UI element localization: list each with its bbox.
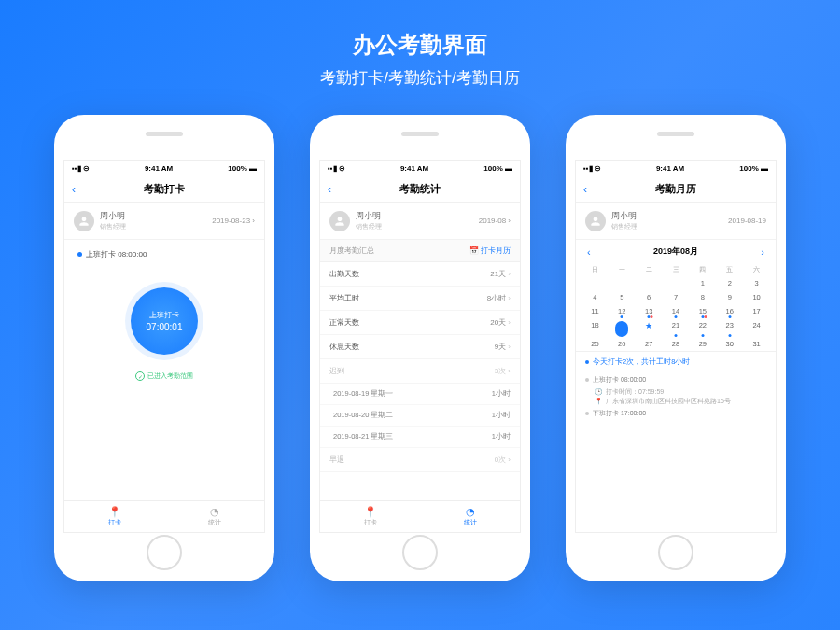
calendar-day[interactable]: 21	[663, 318, 690, 337]
user-name: 周小明	[611, 210, 637, 222]
prev-month-button[interactable]: ‹	[587, 246, 591, 258]
calendar-day[interactable]: 19	[609, 318, 636, 337]
phone-calendar: ▪▪▮ ⊝ 9:41 AM 100% ▬ ‹ 考勤月历 周小明 销售经理 201…	[566, 115, 786, 581]
back-button[interactable]: ‹	[328, 183, 331, 196]
location-icon: 📍	[595, 398, 603, 405]
month-label: 2019年08月	[653, 245, 698, 258]
tab-stats[interactable]: ◔统计	[164, 501, 264, 532]
calendar-link[interactable]: 📅打卡月历	[469, 245, 511, 256]
clock-in-button[interactable]: 上班打卡 07:00:01	[131, 287, 198, 355]
calendar-day[interactable]: 18	[581, 318, 609, 337]
calendar-day[interactable]: 5	[609, 290, 636, 304]
calendar-day[interactable]: 27	[636, 337, 663, 351]
clock-in-time: 07:00:01	[147, 322, 183, 332]
calendar-day[interactable]: 3	[743, 276, 770, 290]
user-role: 销售经理	[100, 222, 126, 231]
late-detail-row: 2019-08-19 星期一1小时	[320, 384, 520, 405]
calendar-day[interactable]: 7	[663, 290, 690, 304]
calendar-day[interactable]: 6	[636, 290, 663, 304]
punch-location: 📍广东省深圳市南山区科技园中区科苑路15号	[585, 397, 766, 406]
weekday-header: 二	[636, 263, 663, 276]
user-name: 周小明	[100, 210, 126, 222]
battery-icon: 100% ▬	[483, 164, 512, 173]
pin-icon: 📍	[64, 506, 164, 518]
shift-label: 上班打卡 08:00:00	[77, 249, 147, 259]
weekday-header: 四	[689, 263, 716, 276]
section-title: 月度考勤汇总	[329, 245, 374, 256]
status-bar: ▪▪▮ ⊝ 9:41 AM 100% ▬	[64, 161, 264, 176]
phone-stats: ▪▪▮ ⊝ 9:41 AM 100% ▬ ‹ 考勤统计 周小明 销售经理 201…	[310, 115, 530, 581]
calendar-day[interactable]: 12	[609, 304, 636, 318]
weekday-header: 五	[716, 263, 743, 276]
off-shift-label: 下班打卡 17:00:00	[585, 406, 766, 421]
nav-title: 考勤统计	[399, 182, 441, 196]
calendar-day[interactable]: 8	[689, 290, 716, 304]
clock-in-title: 上班打卡	[149, 310, 179, 320]
signal-icon: ▪▪▮ ⊝	[583, 164, 601, 173]
status-bar: ▪▪▮ ⊝ 9:41 AM 100% ▬	[320, 161, 520, 176]
calendar-day[interactable]: 4	[581, 290, 609, 304]
late-row[interactable]: 迟到3次	[320, 359, 520, 384]
stat-row[interactable]: 出勤天数21天	[320, 262, 520, 287]
calendar-day[interactable]: 22	[689, 318, 716, 337]
user-name: 周小明	[356, 210, 382, 222]
calendar-day[interactable]: 10	[743, 290, 770, 304]
calendar-day[interactable]: 25	[581, 337, 609, 351]
calendar-day	[636, 276, 663, 290]
tab-stats[interactable]: ◔统计	[420, 501, 520, 532]
signal-icon: ▪▪▮ ⊝	[72, 164, 90, 173]
calendar-day[interactable]: 29	[689, 337, 716, 351]
calendar-day[interactable]: 14	[663, 304, 690, 318]
late-detail-row: 2019-08-21 星期三1小时	[320, 427, 520, 448]
calendar-day[interactable]: 31	[743, 337, 770, 351]
calendar-day[interactable]: 30	[716, 337, 743, 351]
calendar-day[interactable]: 23	[716, 318, 743, 337]
calendar-day	[609, 276, 636, 290]
back-button[interactable]: ‹	[72, 183, 76, 196]
calendar-day[interactable]: 26	[609, 337, 636, 351]
battery-icon: 100% ▬	[228, 164, 257, 173]
next-month-button[interactable]: ›	[761, 246, 764, 258]
month-picker[interactable]: 2019-08 ›	[479, 217, 511, 225]
signal-icon: ▪▪▮ ⊝	[328, 164, 345, 173]
early-row[interactable]: 早退0次	[320, 448, 520, 472]
geofence-hint: 已进入考勤范围	[135, 371, 193, 381]
calendar-day[interactable]: 1	[689, 276, 716, 290]
date-picker[interactable]: 2019-08-23 ›	[212, 217, 255, 225]
on-shift-label: 上班打卡 08:00:00	[585, 372, 766, 387]
back-button[interactable]: ‹	[583, 183, 587, 196]
calendar-day[interactable]: 28	[663, 337, 690, 351]
late-detail-row: 2019-08-20 星期二1小时	[320, 405, 520, 427]
tab-clockin[interactable]: 📍打卡	[320, 501, 420, 532]
calendar-day	[663, 276, 690, 290]
status-time: 9:41 AM	[145, 164, 173, 173]
avatar	[74, 211, 94, 231]
user-role: 销售经理	[356, 222, 382, 231]
date-label: 2019-08-19	[728, 217, 766, 225]
tab-clockin[interactable]: 📍打卡	[64, 501, 164, 532]
weekday-header: 三	[663, 263, 690, 276]
calendar-day[interactable]: ★	[636, 318, 663, 337]
avatar	[585, 211, 606, 231]
calendar-day[interactable]: 15	[689, 304, 716, 318]
stat-row[interactable]: 平均工时8小时	[320, 287, 520, 311]
pin-icon: 📍	[320, 506, 420, 518]
calendar-day[interactable]: 24	[743, 318, 770, 337]
calendar-day[interactable]: 13	[636, 304, 663, 318]
nav-title: 考勤月历	[655, 182, 696, 196]
calendar-day[interactable]: 11	[581, 304, 609, 318]
calendar-day[interactable]: 2	[716, 276, 743, 290]
stat-row[interactable]: 休息天数9天	[320, 335, 520, 359]
chart-icon: ◔	[164, 506, 264, 518]
weekday-header: 日	[581, 263, 609, 276]
status-time: 9:41 AM	[400, 164, 428, 173]
status-bar: ▪▪▮ ⊝ 9:41 AM 100% ▬	[576, 161, 776, 176]
stat-row[interactable]: 正常天数20天	[320, 311, 520, 335]
status-time: 9:41 AM	[656, 164, 684, 173]
calendar-day[interactable]: 17	[743, 304, 770, 318]
calendar-day[interactable]: 16	[716, 304, 743, 318]
day-summary: 今天打卡2次，共计工时8小时	[576, 351, 776, 372]
calendar-day[interactable]: 9	[716, 290, 743, 304]
calendar-day	[581, 276, 609, 290]
chart-icon: ◔	[420, 506, 520, 518]
